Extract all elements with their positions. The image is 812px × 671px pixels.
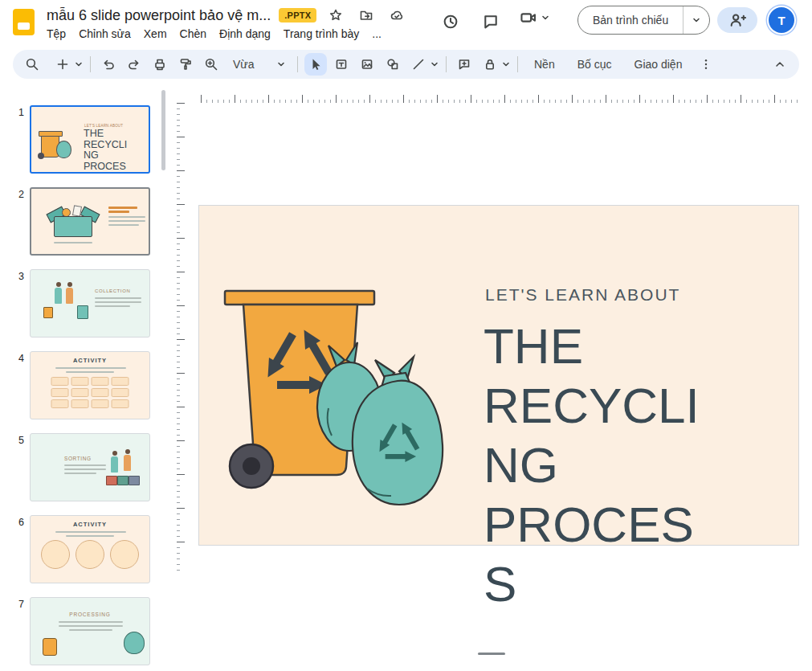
slide-number: 6 — [10, 517, 24, 528]
slide-thumbnail-3[interactable]: COLLECTION — [30, 269, 150, 338]
insert-image-tool[interactable] — [356, 53, 378, 76]
filmstrip-row-5: 5 SORTING — [0, 433, 169, 501]
slide-number: 7 — [10, 599, 24, 610]
version-history-button[interactable] — [438, 9, 463, 35]
line-icon — [411, 57, 426, 72]
menu-overflow[interactable]: ... — [365, 25, 388, 43]
slide-kicker-textbox[interactable]: LET'S LEARN ABOUT — [485, 285, 680, 305]
insert-shape-tool[interactable] — [382, 53, 404, 76]
thumb-title-text: THE RECYCLI NG PROCES — [84, 129, 140, 172]
menu-slide[interactable]: Trang trình bày — [277, 25, 365, 43]
slide-thumbnail-4[interactable]: ACTIVITY — [30, 351, 150, 419]
comments-button[interactable] — [478, 9, 504, 35]
video-camera-icon — [520, 9, 537, 27]
filmstrip-scrollbar[interactable] — [161, 90, 165, 170]
slide-thumbnail-7[interactable]: PROCESSING — [30, 597, 150, 665]
chevron-down-icon — [276, 59, 286, 69]
cursor-arrow-icon — [308, 57, 323, 72]
slide-thumbnail-6[interactable]: ACTIVITY — [30, 515, 150, 583]
account-avatar[interactable]: T — [769, 7, 794, 33]
paint-format-button[interactable] — [174, 53, 197, 76]
search-icon — [25, 57, 39, 72]
zoom-button[interactable] — [200, 53, 222, 76]
pptx-badge: .PPTX — [279, 8, 316, 23]
slide-thumbnail-2[interactable] — [30, 187, 150, 256]
new-slide-button[interactable] — [51, 53, 74, 76]
select-tool[interactable] — [304, 53, 327, 76]
layout-button[interactable]: Bố cục — [568, 53, 622, 76]
line-tool-dropdown[interactable] — [430, 59, 439, 69]
slide-thumbnail-5[interactable]: SORTING — [30, 433, 150, 501]
new-slide-dropdown[interactable] — [74, 59, 84, 69]
lock-icon — [483, 57, 497, 72]
comment-icon — [482, 13, 500, 31]
thumb-bag-graphic — [56, 141, 71, 158]
chevron-down-icon — [541, 13, 550, 23]
title-line: RECYCLI — [484, 376, 724, 436]
redo-icon — [127, 57, 141, 72]
menu-insert[interactable]: Chèn — [173, 25, 213, 43]
present-split-button: Bản trình chiếu — [577, 6, 710, 35]
lock-button[interactable] — [479, 53, 501, 76]
cloud-status-icon — [390, 8, 404, 23]
menu-edit[interactable]: Chỉnh sửa — [72, 25, 137, 43]
insert-comment-button[interactable] — [453, 53, 475, 76]
zoom-in-icon — [204, 57, 218, 72]
print-button[interactable] — [149, 53, 171, 76]
slide-title-textbox[interactable]: THE RECYCLI NG PROCES S — [484, 317, 724, 614]
insert-line-tool[interactable] — [407, 53, 430, 76]
search-menus-button[interactable] — [21, 53, 43, 76]
recycling-bin-illustration[interactable] — [219, 286, 460, 519]
menu-file[interactable]: Tệp — [40, 25, 72, 43]
more-toolbar-button[interactable] — [695, 53, 717, 76]
slide-editor[interactable]: LET'S LEARN ABOUT THE RECYCLI NG PROCES … — [198, 205, 799, 546]
zoom-level-value: Vừa — [233, 58, 255, 71]
top-bar: mẫu 6 slide powerpoint bảo vệ m... .PPTX… — [0, 0, 812, 47]
clock-history-icon — [442, 13, 459, 31]
thumb-title-text: PROCESSING — [31, 612, 149, 617]
shape-icon — [386, 57, 400, 72]
toolbar-separator — [517, 56, 518, 72]
hide-menus-button[interactable] — [769, 53, 791, 76]
plus-icon — [55, 57, 70, 72]
printer-icon — [153, 57, 167, 72]
share-button[interactable] — [717, 7, 757, 33]
filmstrip-row-4: 4 ACTIVITY — [0, 351, 169, 419]
star-button[interactable] — [324, 4, 347, 27]
filmstrip-row-1: 1 LET'S LEARN ABOUT THE RECYCLI NG PROCE… — [0, 105, 169, 174]
slide-number: 4 — [10, 353, 24, 364]
thumb-title-text: SORTING — [64, 456, 92, 461]
meet-button[interactable] — [520, 9, 550, 27]
horizontal-scrollbar-thumb[interactable] — [478, 653, 505, 655]
thumb-title-text: ACTIVITY — [31, 357, 149, 364]
present-options-button[interactable] — [683, 6, 709, 34]
lock-dropdown[interactable] — [501, 59, 511, 69]
slide-number: 1 — [10, 107, 24, 118]
document-title[interactable]: mẫu 6 slide powerpoint bảo vệ m... — [47, 7, 271, 24]
thumb-recycle-box-graphic — [54, 216, 92, 237]
zoom-level-select[interactable]: Vừa — [226, 53, 291, 76]
redo-button[interactable] — [123, 53, 145, 76]
title-line: PROCES — [484, 495, 724, 554]
title-line: NG — [484, 436, 724, 495]
thumb-title-text: COLLECTION — [95, 288, 130, 293]
undo-button[interactable] — [97, 53, 120, 76]
title-row: mẫu 6 slide powerpoint bảo vệ m... .PPTX — [47, 4, 408, 27]
slide-number: 3 — [10, 271, 24, 282]
toolbar-separator — [90, 56, 91, 72]
present-button[interactable]: Bản trình chiếu — [578, 14, 683, 27]
menu-view[interactable]: Xem — [137, 25, 173, 43]
filmstrip-row-7: 7 PROCESSING — [0, 597, 169, 665]
theme-button[interactable]: Giao diện — [625, 53, 692, 76]
slide-canvas-area: LET'S LEARN ABOUT THE RECYCLI NG PROCES … — [169, 88, 812, 671]
slides-logo-icon[interactable] — [13, 9, 35, 35]
menu-format[interactable]: Định dạng — [213, 25, 277, 43]
chevron-down-icon — [692, 15, 701, 25]
slide-thumbnail-1[interactable]: LET'S LEARN ABOUT THE RECYCLI NG PROCES — [30, 105, 150, 174]
background-button[interactable]: Nền — [524, 53, 565, 76]
google-slides-app: mẫu 6 slide powerpoint bảo vệ m... .PPTX… — [0, 0, 812, 671]
text-box-tool[interactable] — [330, 53, 353, 76]
thumb-title-text: ACTIVITY — [31, 521, 149, 528]
move-button[interactable] — [355, 4, 377, 27]
document-status-button[interactable] — [386, 4, 408, 27]
